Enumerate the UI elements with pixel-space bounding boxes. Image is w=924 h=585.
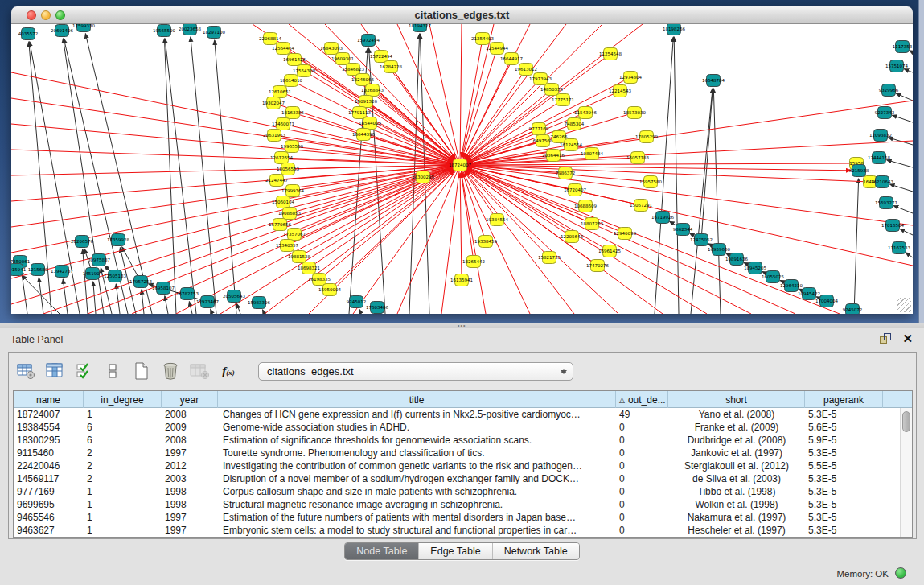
- column-header-pagerank[interactable]: pagerank: [805, 391, 883, 408]
- teal-node[interactable]: 4035572: [18, 28, 39, 40]
- teal-node[interactable]: 16648784: [702, 75, 725, 87]
- yellow-node[interactable]: 6497568: [533, 135, 553, 147]
- yellow-node[interactable]: 16961426: [283, 54, 306, 66]
- teal-node[interactable]: 18198266: [663, 24, 685, 35]
- yellow-node[interactable]: 15057291: [630, 200, 652, 212]
- yellow-node[interactable]: 17805299: [635, 131, 658, 143]
- yellow-node[interactable]: 18265442: [462, 256, 485, 268]
- network-window-titlebar[interactable]: citations_edges.txt: [11, 6, 913, 24]
- row-select-icon[interactable]: [73, 360, 94, 381]
- yellow-node[interactable]: 19881528: [288, 251, 310, 263]
- delete-table-icon[interactable]: [160, 360, 181, 381]
- table-row[interactable]: 1456911722003Disruption of a novel membe…: [14, 472, 912, 485]
- yellow-node[interactable]: 17460071: [272, 118, 294, 130]
- yellow-node[interactable]: 11254548: [599, 48, 622, 60]
- yellow-node[interactable]: 17999364: [281, 185, 304, 197]
- yellow-node[interactable]: 12610651: [269, 86, 291, 98]
- resize-grip[interactable]: [897, 298, 911, 312]
- teal-node[interactable]: 11167533: [888, 242, 910, 254]
- yellow-node[interactable]: 19302047: [262, 97, 285, 109]
- teal-node[interactable]: 9227343: [875, 107, 895, 119]
- teal-node[interactable]: 12093832: [869, 130, 892, 142]
- yellow-node[interactable]: 17470276: [586, 260, 609, 272]
- network-view-canvas[interactable]: 4035572206914061759933019565500200236581…: [11, 24, 913, 314]
- table-row[interactable]: 911546021997Tourette syndrome. Phenomeno…: [14, 447, 912, 459]
- yellow-node[interactable]: 15957580: [639, 176, 662, 188]
- yellow-node[interactable]: 10688609: [574, 200, 597, 212]
- teal-node[interactable]: 18297100: [203, 27, 225, 39]
- function-builder-icon[interactable]: f(x): [218, 360, 239, 381]
- yellow-node[interactable]: 20631963: [263, 130, 285, 142]
- teal-node[interactable]: 9245012: [347, 296, 367, 308]
- yellow-node[interactable]: 16644917: [500, 53, 523, 65]
- node-table: namein_degreeyeartitle△out_de...shortpag…: [13, 390, 913, 538]
- teal-node[interactable]: 15983306: [248, 297, 270, 309]
- scrollbar-thumb[interactable]: [902, 411, 910, 432]
- yellow-node[interactable]: 19613012: [515, 64, 537, 76]
- column-header-title[interactable]: title: [218, 391, 616, 408]
- tab-network-table[interactable]: Network Table: [493, 543, 579, 559]
- teal-node[interactable]: 20023658: [179, 24, 201, 35]
- table-row[interactable]: 946554611997Estimation of the future num…: [14, 511, 912, 524]
- teal-node[interactable]: 1451904: [83, 268, 103, 280]
- table-row[interactable]: 977716911998Corpus callosum shape and si…: [14, 485, 912, 498]
- column-header-in_degree[interactable]: in_degree: [84, 391, 162, 408]
- table-settings-icon[interactable]: [15, 360, 36, 381]
- cell-in_degree: 6: [84, 421, 162, 434]
- yellow-node[interactable]: 10807484: [581, 148, 603, 160]
- tab-edge-table[interactable]: Edge Table: [419, 543, 492, 559]
- table-row[interactable]: 1830029562008Estimation of significance …: [14, 434, 912, 447]
- teal-node[interactable]: 20691406: [51, 25, 73, 37]
- yellow-node[interactable]: 19086053: [278, 208, 301, 220]
- citation-network-graph[interactable]: 4035572206914061759933019565500200236581…: [11, 24, 913, 314]
- yellow-node[interactable]: 16135941: [450, 274, 473, 286]
- rows-icon[interactable]: [102, 360, 123, 381]
- teal-node[interactable]: 17599330: [72, 24, 95, 32]
- teal-node[interactable]: 16958107: [152, 282, 175, 295]
- teal-node[interactable]: 12964210: [780, 280, 803, 292]
- teal-node[interactable]: 12444158: [868, 152, 890, 164]
- teal-node[interactable]: 8215938: [849, 165, 869, 177]
- column-header-name[interactable]: name: [14, 391, 84, 408]
- float-window-icon[interactable]: [879, 333, 892, 345]
- teal-node[interactable]: 15751074: [885, 60, 908, 72]
- yellow-node[interactable]: 11543946: [574, 107, 597, 119]
- teal-node[interactable]: 10945422: [798, 288, 820, 300]
- table-row[interactable]: 2242004622012Investigating the contribut…: [14, 459, 912, 472]
- teal-node[interactable]: 30975887: [88, 254, 110, 266]
- yellow-node[interactable]: 7986372: [556, 167, 576, 179]
- yellow-node[interactable]: 21254403: [471, 33, 494, 45]
- yellow-node[interactable]: 18573030: [623, 107, 646, 119]
- close-icon[interactable]: ✕: [902, 332, 913, 346]
- teal-node[interactable]: 9329966: [879, 84, 899, 97]
- column-header-year[interactable]: year: [162, 391, 218, 408]
- table-row[interactable]: 1872400712008Changes of HCN gene express…: [14, 408, 912, 421]
- column-header-out_de[interactable]: △out_de...: [616, 391, 668, 408]
- teal-node[interactable]: 19565500: [153, 25, 175, 37]
- yellow-node[interactable]: 12940098: [614, 228, 636, 240]
- table-row[interactable]: 969969511998Structural magnetic resonanc…: [14, 498, 912, 511]
- yellow-node[interactable]: 16770656: [269, 219, 291, 231]
- tab-node-table[interactable]: Node Table: [345, 543, 419, 559]
- teal-node[interactable]: 18194327: [409, 24, 431, 32]
- teal-node[interactable]: 9245072: [843, 304, 863, 315]
- yellow-node[interactable]: 18163385: [281, 107, 304, 119]
- yellow-node[interactable]: 9777169: [529, 123, 549, 135]
- teal-node[interactable]: 13942737: [51, 266, 73, 278]
- yellow-node[interactable]: 15821735: [538, 252, 561, 264]
- teal-node[interactable]: 12505133: [104, 270, 126, 282]
- yellow-node[interactable]: 16720407: [564, 184, 586, 196]
- teal-node[interactable]: 15972494: [357, 35, 380, 47]
- column-visibility-icon[interactable]: [44, 360, 65, 381]
- table-row[interactable]: 1938455462009Genome-wide association stu…: [14, 421, 912, 434]
- teal-node[interactable]: 15693271: [875, 197, 897, 209]
- table-row[interactable]: 946362711997Embryonic stem cells: a mode…: [14, 524, 912, 537]
- column-header-short[interactable]: short: [668, 391, 805, 408]
- vertical-scrollbar[interactable]: [900, 408, 912, 538]
- network-window[interactable]: citations_edges.txt 40355722069140617599…: [11, 6, 913, 314]
- table-selector-dropdown[interactable]: citations_edges.txt: [258, 362, 573, 381]
- teal-node[interactable]: 16719926: [651, 212, 674, 224]
- teal-node[interactable]: 1215680: [28, 264, 48, 276]
- new-table-icon[interactable]: [131, 360, 152, 381]
- teal-node[interactable]: 17004004: [815, 295, 838, 307]
